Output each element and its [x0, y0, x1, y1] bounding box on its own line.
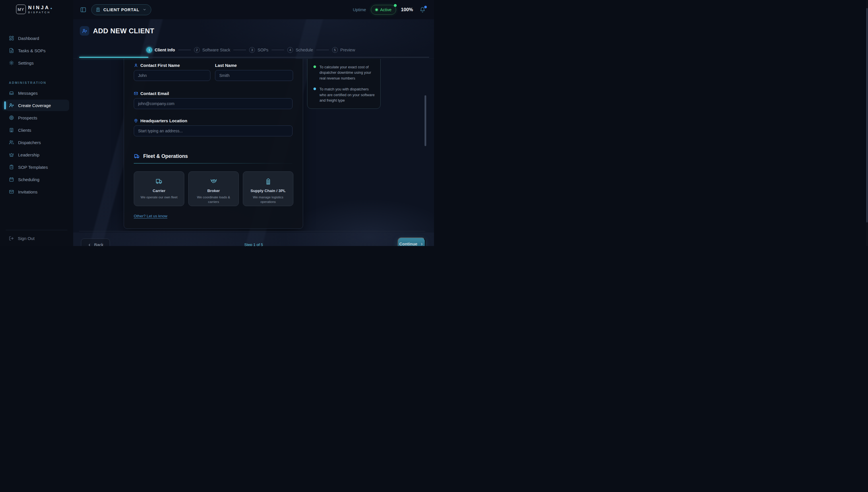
sidebar-item-scheduling[interactable]: Scheduling	[6, 174, 69, 185]
other-fleet-type-link[interactable]: Other? Let us know	[134, 214, 167, 218]
client-info-card: Contact First Name Last Name Cont	[124, 58, 303, 229]
location-input[interactable]	[134, 125, 293, 137]
sidebar-item-prospects[interactable]: Prospects	[6, 112, 69, 123]
status-badge[interactable]: Active	[371, 5, 396, 15]
step-number: 4	[287, 47, 293, 53]
log-out-icon	[9, 236, 14, 241]
page-header: ADD NEW CLIENT	[80, 26, 154, 35]
shuriken-icon: ✦	[50, 7, 52, 10]
step-number: 5	[332, 47, 338, 53]
step-number: 3	[249, 47, 255, 53]
fleet-option-cards: Carrier We operate our own fleet Broker …	[134, 171, 293, 206]
sidebar-nav-admin: Messages Create Coverage Prospects Clien…	[0, 87, 73, 197]
wizard-step-client-info[interactable]: 1 Client Info	[146, 47, 175, 53]
fleet-option-broker[interactable]: Broker We coordinate loads & carriers	[188, 171, 239, 206]
first-name-input[interactable]	[134, 70, 210, 81]
fleet-heading-text: Fleet & Operations	[143, 153, 188, 159]
sign-out-button[interactable]: Sign Out	[6, 232, 69, 244]
sidebar-item-messages[interactable]: Messages	[6, 87, 69, 99]
sidebar-item-label: Scheduling	[18, 177, 39, 182]
sidebar-item-create-coverage[interactable]: Create Coverage	[6, 100, 69, 111]
wizard-progress-fill	[79, 57, 148, 58]
building-icon	[9, 127, 14, 132]
sidebar-item-label: SOP Templates	[18, 165, 48, 170]
user-plus-icon	[82, 28, 87, 33]
brand-logo: MY NINJA DISPATCH ✦	[0, 0, 73, 14]
portal-label: CLIENT PORTAL	[103, 7, 139, 12]
step-number: 2	[194, 47, 200, 53]
email-input[interactable]	[134, 98, 293, 109]
fleet-option-desc: We coordinate loads & carriers	[192, 195, 235, 204]
email-label: Contact Email	[140, 91, 169, 96]
sidebar-item-label: Dashboard	[18, 36, 39, 41]
sidebar-item-invitations[interactable]: Invitations	[6, 186, 69, 197]
bullet-dot-green	[314, 66, 316, 68]
user-icon	[134, 63, 138, 68]
status-dot	[375, 8, 378, 11]
building-icon	[96, 7, 100, 12]
step-indicator: Step 1 of 5	[244, 243, 263, 246]
portal-switcher[interactable]: CLIENT PORTAL	[91, 4, 151, 15]
sidebar-item-sop-templates[interactable]: SOP Templates	[6, 161, 69, 173]
brand-name: NINJA	[28, 5, 51, 10]
wizard-step-schedule[interactable]: 4 Schedule	[287, 47, 313, 53]
handshake-icon	[210, 177, 218, 185]
sidebar: MY NINJA DISPATCH ✦ Dashboard Tasks & SO…	[0, 0, 73, 246]
location-label: Headquarters Location	[140, 118, 187, 123]
add-client-icon-box	[80, 26, 89, 35]
tip-item: To calculate your exact cost of dispatch…	[314, 64, 375, 81]
user-plus-icon	[9, 103, 14, 108]
content-scrollbar-thumb[interactable]	[424, 95, 426, 146]
status-label: Active	[380, 7, 392, 12]
back-button[interactable]: Back	[81, 239, 110, 246]
fleet-option-supply-chain[interactable]: Supply Chain / 3PL We manage logistics o…	[243, 171, 293, 206]
fleet-option-title: Carrier	[138, 189, 180, 193]
why-we-ask-card: To calculate your exact cost of dispatch…	[307, 58, 380, 109]
sidebar-item-dispatchers[interactable]: Dispatchers	[6, 137, 69, 148]
truck-icon	[155, 177, 163, 185]
crown-icon	[9, 152, 14, 157]
step-connector	[316, 50, 329, 50]
sidebar-item-label: Settings	[18, 60, 33, 66]
fleet-option-title: Supply Chain / 3PL	[247, 189, 290, 193]
tip-item: To match you with dispatchers who are ce…	[314, 87, 375, 103]
bullet-dot-blue	[314, 88, 316, 90]
wizard-step-software-stack[interactable]: 2 Software Stack	[194, 47, 230, 53]
step-number: 1	[146, 47, 152, 53]
mail-icon	[134, 91, 138, 96]
sidebar-item-clients[interactable]: Clients	[6, 124, 69, 136]
sidebar-item-settings[interactable]: Settings	[6, 57, 69, 69]
brand-logo-box: MY	[16, 5, 26, 14]
uptime-value: 100%	[401, 7, 413, 13]
first-name-label-row: Contact First Name	[134, 63, 210, 68]
wizard-step-sops[interactable]: 3 SOPs	[249, 47, 268, 53]
calendar-icon	[9, 177, 14, 182]
wizard-step-preview[interactable]: 5 Preview	[332, 47, 355, 53]
sidebar-item-label: Leadership	[18, 152, 39, 157]
clipboard-list-icon	[9, 165, 14, 170]
sidebar-item-tasks-sops[interactable]: Tasks & SOPs	[6, 45, 69, 56]
step-label: Client Info	[155, 48, 175, 52]
fleet-option-desc: We operate our own fleet	[138, 195, 180, 200]
fleet-option-carrier[interactable]: Carrier We operate our own fleet	[134, 171, 184, 206]
fleet-heading-underline	[134, 163, 293, 164]
continue-button[interactable]: Continue	[398, 238, 425, 246]
wizard-progress-track	[79, 57, 429, 58]
mail-icon	[9, 189, 14, 194]
last-name-label-row: Last Name	[215, 63, 293, 68]
footer-divider	[79, 231, 425, 231]
last-name-input[interactable]	[215, 70, 293, 81]
chevron-right-icon	[420, 242, 424, 246]
status-corner-dot	[394, 4, 397, 7]
step-label: Software Stack	[202, 48, 230, 52]
step-connector	[233, 50, 246, 50]
notifications-button[interactable]	[420, 7, 425, 13]
sidebar-item-leadership[interactable]: Leadership	[6, 149, 69, 161]
sidebar-item-dashboard[interactable]: Dashboard	[6, 32, 69, 44]
topbar-right: Uptime Active 100%	[353, 5, 425, 15]
step-connector	[272, 50, 284, 50]
sidebar-toggle-icon[interactable]	[80, 7, 86, 13]
page-title: ADD NEW CLIENT	[93, 27, 154, 35]
first-name-label: Contact First Name	[140, 63, 180, 68]
topbar: CLIENT PORTAL Uptime Active 100%	[73, 0, 434, 19]
